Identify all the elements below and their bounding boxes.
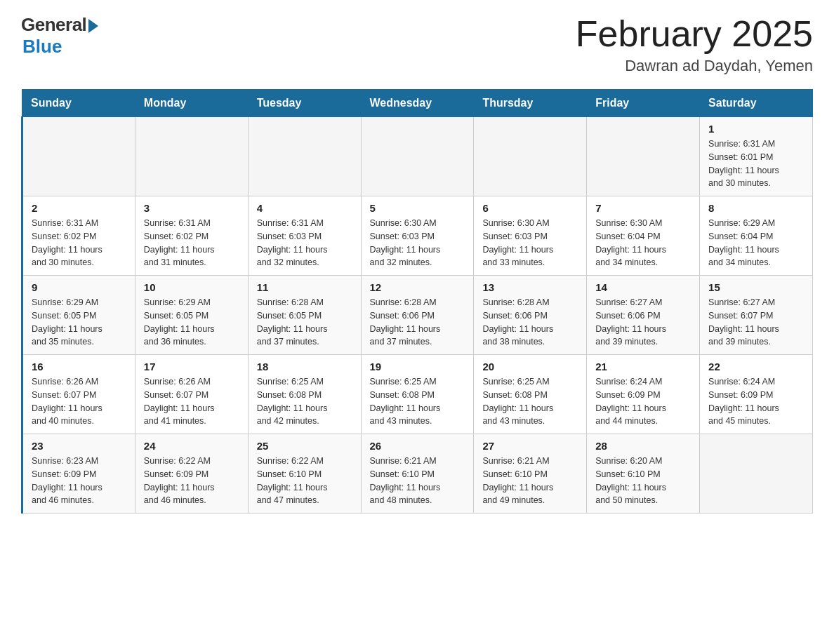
day-number: 23 (32, 440, 126, 452)
day-number: 19 (370, 361, 465, 373)
day-info: Sunrise: 6:26 AM Sunset: 6:07 PM Dayligh… (144, 375, 239, 428)
logo-general-text: General (21, 14, 86, 36)
day-info: Sunrise: 6:22 AM Sunset: 6:10 PM Dayligh… (257, 455, 352, 507)
day-info: Sunrise: 6:25 AM Sunset: 6:08 PM Dayligh… (370, 375, 465, 428)
calendar-cell: 28Sunrise: 6:20 AM Sunset: 6:10 PM Dayli… (587, 434, 700, 514)
day-number: 26 (370, 440, 465, 452)
day-info: Sunrise: 6:28 AM Sunset: 6:06 PM Dayligh… (370, 296, 465, 349)
header-tuesday: Tuesday (248, 90, 361, 117)
day-number: 20 (482, 361, 578, 373)
calendar-week-3: 9Sunrise: 6:29 AM Sunset: 6:05 PM Daylig… (22, 276, 813, 355)
calendar-cell: 18Sunrise: 6:25 AM Sunset: 6:08 PM Dayli… (248, 355, 361, 434)
calendar-week-1: 1Sunrise: 6:31 AM Sunset: 6:01 PM Daylig… (22, 117, 813, 196)
day-info: Sunrise: 6:25 AM Sunset: 6:08 PM Dayligh… (257, 375, 352, 428)
day-info: Sunrise: 6:31 AM Sunset: 6:03 PM Dayligh… (257, 217, 352, 269)
logo: General Blue (21, 14, 98, 58)
day-info: Sunrise: 6:28 AM Sunset: 6:06 PM Dayligh… (482, 296, 578, 349)
calendar-cell (22, 117, 135, 196)
day-number: 18 (257, 361, 352, 373)
calendar-cell: 1Sunrise: 6:31 AM Sunset: 6:01 PM Daylig… (700, 117, 813, 196)
calendar-cell: 16Sunrise: 6:26 AM Sunset: 6:07 PM Dayli… (22, 355, 135, 434)
day-number: 7 (595, 202, 691, 214)
day-info: Sunrise: 6:29 AM Sunset: 6:04 PM Dayligh… (708, 217, 804, 269)
calendar-cell: 24Sunrise: 6:22 AM Sunset: 6:09 PM Dayli… (135, 434, 248, 514)
day-number: 17 (144, 361, 239, 373)
day-number: 9 (32, 281, 126, 293)
calendar-cell: 23Sunrise: 6:23 AM Sunset: 6:09 PM Dayli… (22, 434, 135, 514)
day-info: Sunrise: 6:26 AM Sunset: 6:07 PM Dayligh… (32, 375, 126, 428)
day-number: 12 (370, 281, 465, 293)
day-info: Sunrise: 6:24 AM Sunset: 6:09 PM Dayligh… (595, 375, 691, 428)
day-info: Sunrise: 6:31 AM Sunset: 6:02 PM Dayligh… (32, 217, 126, 269)
day-info: Sunrise: 6:30 AM Sunset: 6:03 PM Dayligh… (482, 217, 578, 269)
location-subtitle: Dawran ad Daydah, Yemen (576, 57, 813, 75)
calendar-cell (135, 117, 248, 196)
day-number: 10 (144, 281, 239, 293)
calendar-cell: 19Sunrise: 6:25 AM Sunset: 6:08 PM Dayli… (361, 355, 474, 434)
day-info: Sunrise: 6:29 AM Sunset: 6:05 PM Dayligh… (32, 296, 126, 349)
month-title: February 2025 (576, 14, 813, 54)
calendar-cell: 4Sunrise: 6:31 AM Sunset: 6:03 PM Daylig… (248, 196, 361, 276)
calendar-week-2: 2Sunrise: 6:31 AM Sunset: 6:02 PM Daylig… (22, 196, 813, 276)
calendar-week-5: 23Sunrise: 6:23 AM Sunset: 6:09 PM Dayli… (22, 434, 813, 514)
calendar-cell: 6Sunrise: 6:30 AM Sunset: 6:03 PM Daylig… (474, 196, 587, 276)
header-row: Sunday Monday Tuesday Wednesday Thursday… (22, 90, 813, 117)
day-number: 2 (32, 202, 126, 214)
day-info: Sunrise: 6:27 AM Sunset: 6:07 PM Dayligh… (708, 296, 804, 349)
header-saturday: Saturday (700, 90, 813, 117)
day-number: 16 (32, 361, 126, 373)
calendar-cell: 10Sunrise: 6:29 AM Sunset: 6:05 PM Dayli… (135, 276, 248, 355)
day-info: Sunrise: 6:31 AM Sunset: 6:01 PM Dayligh… (708, 137, 804, 190)
day-number: 15 (708, 281, 804, 293)
day-info: Sunrise: 6:25 AM Sunset: 6:08 PM Dayligh… (482, 375, 578, 428)
day-number: 8 (708, 202, 804, 214)
calendar-cell: 5Sunrise: 6:30 AM Sunset: 6:03 PM Daylig… (361, 196, 474, 276)
header-monday: Monday (135, 90, 248, 117)
day-number: 11 (257, 281, 352, 293)
calendar-cell: 9Sunrise: 6:29 AM Sunset: 6:05 PM Daylig… (22, 276, 135, 355)
title-section: February 2025 Dawran ad Daydah, Yemen (576, 14, 813, 75)
calendar-cell: 26Sunrise: 6:21 AM Sunset: 6:10 PM Dayli… (361, 434, 474, 514)
day-number: 4 (257, 202, 352, 214)
day-info: Sunrise: 6:22 AM Sunset: 6:09 PM Dayligh… (144, 455, 239, 507)
calendar-cell: 13Sunrise: 6:28 AM Sunset: 6:06 PM Dayli… (474, 276, 587, 355)
calendar-cell: 3Sunrise: 6:31 AM Sunset: 6:02 PM Daylig… (135, 196, 248, 276)
day-number: 22 (708, 361, 804, 373)
calendar-cell: 7Sunrise: 6:30 AM Sunset: 6:04 PM Daylig… (587, 196, 700, 276)
day-number: 14 (595, 281, 691, 293)
calendar-cell: 21Sunrise: 6:24 AM Sunset: 6:09 PM Dayli… (587, 355, 700, 434)
day-number: 1 (708, 123, 804, 135)
day-number: 25 (257, 440, 352, 452)
day-info: Sunrise: 6:29 AM Sunset: 6:05 PM Dayligh… (144, 296, 239, 349)
day-info: Sunrise: 6:21 AM Sunset: 6:10 PM Dayligh… (370, 455, 465, 507)
day-number: 3 (144, 202, 239, 214)
day-number: 24 (144, 440, 239, 452)
page-header: General Blue February 2025 Dawran ad Day… (21, 14, 813, 75)
calendar-cell: 8Sunrise: 6:29 AM Sunset: 6:04 PM Daylig… (700, 196, 813, 276)
day-info: Sunrise: 6:21 AM Sunset: 6:10 PM Dayligh… (482, 455, 578, 507)
day-number: 21 (595, 361, 691, 373)
calendar-cell: 27Sunrise: 6:21 AM Sunset: 6:10 PM Dayli… (474, 434, 587, 514)
day-info: Sunrise: 6:20 AM Sunset: 6:10 PM Dayligh… (595, 455, 691, 507)
header-wednesday: Wednesday (361, 90, 474, 117)
calendar-cell: 11Sunrise: 6:28 AM Sunset: 6:05 PM Dayli… (248, 276, 361, 355)
day-number: 6 (482, 202, 578, 214)
day-info: Sunrise: 6:30 AM Sunset: 6:03 PM Dayligh… (370, 217, 465, 269)
calendar-cell (700, 434, 813, 514)
header-sunday: Sunday (22, 90, 135, 117)
calendar-cell: 25Sunrise: 6:22 AM Sunset: 6:10 PM Dayli… (248, 434, 361, 514)
calendar-table: Sunday Monday Tuesday Wednesday Thursday… (21, 89, 813, 514)
calendar-cell (248, 117, 361, 196)
logo-arrow-icon (88, 19, 98, 33)
day-info: Sunrise: 6:28 AM Sunset: 6:05 PM Dayligh… (257, 296, 352, 349)
day-info: Sunrise: 6:24 AM Sunset: 6:09 PM Dayligh… (708, 375, 804, 428)
day-info: Sunrise: 6:23 AM Sunset: 6:09 PM Dayligh… (32, 455, 126, 507)
day-info: Sunrise: 6:27 AM Sunset: 6:06 PM Dayligh… (595, 296, 691, 349)
calendar-cell: 22Sunrise: 6:24 AM Sunset: 6:09 PM Dayli… (700, 355, 813, 434)
calendar-cell: 17Sunrise: 6:26 AM Sunset: 6:07 PM Dayli… (135, 355, 248, 434)
calendar-week-4: 16Sunrise: 6:26 AM Sunset: 6:07 PM Dayli… (22, 355, 813, 434)
day-info: Sunrise: 6:30 AM Sunset: 6:04 PM Dayligh… (595, 217, 691, 269)
day-number: 28 (595, 440, 691, 452)
day-number: 13 (482, 281, 578, 293)
calendar-cell: 2Sunrise: 6:31 AM Sunset: 6:02 PM Daylig… (22, 196, 135, 276)
